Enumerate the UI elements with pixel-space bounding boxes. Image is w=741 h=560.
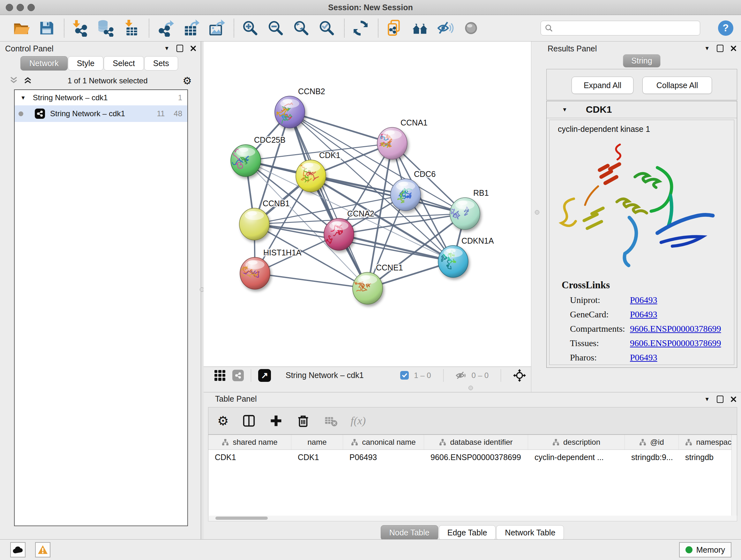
column-header-database-identifier[interactable]: database identifier [424, 435, 528, 449]
open-session-button[interactable] [12, 19, 30, 37]
network-share-icon[interactable] [232, 370, 244, 381]
network-node-CDKN1A[interactable]: CDKN1A [438, 236, 494, 277]
toolbar-separator [378, 19, 379, 37]
network-collection-row[interactable]: ▼ String Network – cdk1 1 [15, 90, 187, 105]
table-cell[interactable]: CDK1 [208, 450, 291, 464]
control-panel-menu-icon[interactable]: ▼ [164, 46, 170, 51]
collapse-all-networks-icon[interactable] [9, 75, 18, 86]
table-panel-close-icon[interactable] [731, 396, 737, 402]
results-panel-close-icon[interactable] [731, 45, 737, 51]
crosslink-row: Pharos:P06493 [570, 353, 734, 363]
left-splitter[interactable] [201, 42, 204, 540]
crosslink-link-uniprot-[interactable]: P06493 [630, 295, 657, 305]
zoom-fit-button[interactable] [292, 19, 310, 37]
column-header-description[interactable]: description [528, 435, 625, 449]
refresh-view-button[interactable] [352, 19, 369, 37]
table-horizontal-scrollbar[interactable] [208, 516, 737, 521]
network-node-CCNB1[interactable]: CCNB1 [239, 199, 290, 240]
table-panel-menu-icon[interactable]: ▼ [704, 396, 710, 402]
crosslink-row: GeneCard:P06493 [570, 309, 734, 320]
clone-network-button[interactable] [386, 19, 403, 37]
table-cell[interactable]: CDK1 [291, 450, 343, 464]
show-columns-icon[interactable] [242, 414, 256, 428]
memory-button[interactable]: Memory [679, 542, 731, 557]
splitter-handle[interactable] [468, 386, 473, 390]
control-panel-float-icon[interactable] [177, 45, 183, 52]
grid-view-icon[interactable] [214, 370, 225, 381]
import-network-database-button[interactable] [97, 19, 115, 37]
zoom-selected-button[interactable] [318, 19, 336, 37]
horizontal-splitter[interactable] [204, 384, 531, 392]
hidden-eye-icon[interactable] [456, 371, 467, 380]
protein-expand-icon[interactable]: ▼ [562, 107, 567, 112]
delete-column-icon[interactable] [296, 414, 311, 428]
cloud-status-button[interactable] [10, 542, 25, 557]
table-vertical-scrollbar[interactable] [731, 435, 737, 516]
export-network-button[interactable] [156, 19, 174, 37]
scrollbar-thumb[interactable] [215, 516, 268, 520]
tab-node-table[interactable]: Node Table [381, 525, 438, 540]
network-node-CCNB2[interactable]: CCNB2 [275, 87, 325, 128]
tab-select[interactable]: Select [104, 56, 144, 71]
column-header-shared-name[interactable]: shared name [208, 435, 291, 449]
network-node-HIST1H1A[interactable]: HIST1H1A [239, 248, 301, 289]
control-panel-close-icon[interactable] [190, 45, 196, 51]
save-session-button[interactable] [38, 19, 56, 37]
hide-panel-button[interactable] [436, 19, 455, 37]
network-node-CCNE1[interactable]: CCNE1 [353, 263, 403, 304]
table-options-gear-icon[interactable]: ⚙ [217, 415, 229, 427]
crosslink-link-compartments-[interactable]: 9606.ENSP00000378699 [630, 324, 721, 334]
expand-all-button[interactable]: Expand All [571, 77, 633, 94]
tab-sets[interactable]: Sets [144, 56, 178, 71]
network-canvas[interactable]: CCNB2CCNA1CDC25BCDK1CDC6RB1CCNB1CCNA2CDK… [204, 42, 531, 367]
results-panel-float-icon[interactable] [717, 45, 724, 52]
crosslink-link-genecard-[interactable]: P06493 [630, 309, 657, 320]
network-row-selected[interactable]: String Network – cdk1 11 48 [15, 105, 187, 122]
import-table-file-button[interactable] [123, 19, 140, 37]
column-header-namespace[interactable]: namespace [679, 435, 737, 449]
tab-network-table[interactable]: Network Table [496, 525, 564, 540]
network-node-CCNA1[interactable]: CCNA1 [377, 118, 428, 159]
column-header-name[interactable]: name [291, 435, 343, 449]
import-network-file-button[interactable] [71, 19, 89, 37]
results-panel-menu-icon[interactable]: ▼ [704, 46, 710, 51]
zoom-out-button[interactable] [267, 19, 285, 37]
crosslink-link-pharos-[interactable]: P06493 [630, 353, 657, 363]
add-column-icon[interactable] [269, 414, 283, 428]
table-cell[interactable]: cyclin-dependent ... [528, 450, 625, 464]
table-row[interactable]: CDK1CDK1P064939606.ENSP00000378699cyclin… [208, 450, 737, 464]
protein-entry-header[interactable]: ▼ CDK1 [547, 101, 737, 118]
table-cell[interactable]: 9606.ENSP00000378699 [424, 450, 528, 464]
crosslink-link-tissues-[interactable]: 9606.ENSP00000378699 [630, 338, 721, 348]
expand-all-networks-icon[interactable] [23, 75, 32, 86]
network-options-gear-icon[interactable]: ⚙ [183, 76, 192, 86]
collection-expand-icon[interactable]: ▼ [20, 95, 26, 101]
zoom-in-button[interactable] [241, 19, 259, 37]
table-cell[interactable]: stringdb [679, 450, 737, 464]
show-panel-button[interactable] [462, 19, 480, 37]
string-home-button[interactable] [411, 19, 429, 37]
search-input[interactable] [553, 23, 696, 33]
network-node-CDK1[interactable]: CDK1 [296, 151, 340, 192]
column-header-canonical-name[interactable]: canonical name [343, 435, 424, 449]
table-panel-float-icon[interactable] [717, 395, 724, 403]
selected-checkbox[interactable] [400, 371, 409, 380]
column-header--id[interactable]: @id [625, 435, 679, 449]
table-cell[interactable]: stringdb:9... [625, 450, 679, 464]
help-label: ? [723, 22, 729, 34]
network-node-RB1[interactable]: RB1 [450, 188, 489, 230]
crosshair-icon[interactable] [513, 369, 526, 382]
export-table-button[interactable] [182, 19, 200, 37]
tab-string[interactable]: String [623, 54, 660, 67]
right-splitter[interactable] [531, 42, 543, 392]
help-button[interactable]: ? [718, 20, 733, 36]
table-cell[interactable]: P06493 [343, 450, 424, 464]
detach-view-icon[interactable]: ↗ [258, 369, 271, 382]
collapse-all-button[interactable]: Collapse All [643, 77, 712, 94]
export-image-button[interactable] [207, 19, 225, 37]
tab-edge-table[interactable]: Edge Table [439, 525, 496, 540]
tab-style[interactable]: Style [68, 56, 104, 71]
splitter-handle[interactable] [535, 210, 539, 214]
tab-network[interactable]: Network [20, 56, 68, 71]
warning-status-button[interactable] [35, 542, 51, 557]
